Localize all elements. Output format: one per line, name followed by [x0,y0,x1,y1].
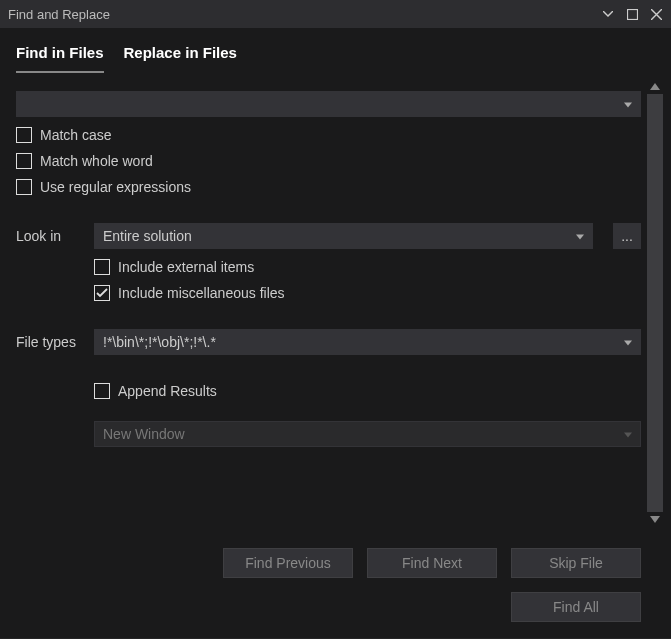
chevron-down-icon [624,103,632,108]
tab-bar: Find in Files Replace in Files [0,28,671,73]
include-external-label: Include external items [118,259,254,275]
find-all-label: Find All [553,599,599,615]
use-regex-label: Use regular expressions [40,179,191,195]
tab-replace-in-files[interactable]: Replace in Files [124,44,237,73]
scroll-up-icon[interactable] [650,83,660,90]
chevron-down-icon [576,235,584,240]
look-in-value: Entire solution [103,228,192,244]
maximize-icon[interactable] [625,7,639,21]
skip-file-label: Skip File [549,555,603,571]
tab-find-in-files[interactable]: Find in Files [16,44,104,73]
svg-rect-0 [627,9,637,19]
match-whole-word-label: Match whole word [40,153,153,169]
append-results-checkbox[interactable] [94,383,110,399]
find-previous-label: Find Previous [245,555,331,571]
match-case-label: Match case [40,127,112,143]
browse-label: ... [621,228,633,244]
main-panel: Match case Match whole word Use regular … [0,73,671,638]
look-in-label: Look in [16,228,82,244]
title-bar: Find and Replace [0,0,671,28]
close-icon[interactable] [649,7,663,21]
look-in-dropdown[interactable]: Entire solution [94,223,593,249]
use-regex-checkbox[interactable] [16,179,32,195]
append-results-label: Append Results [118,383,217,399]
scroll-down-icon[interactable] [650,516,660,523]
find-next-button[interactable]: Find Next [367,548,497,578]
match-case-checkbox[interactable] [16,127,32,143]
find-next-label: Find Next [402,555,462,571]
skip-file-button[interactable]: Skip File [511,548,641,578]
include-external-checkbox[interactable] [94,259,110,275]
results-window-value: New Window [103,426,185,442]
chevron-down-icon [624,341,632,346]
find-previous-button[interactable]: Find Previous [223,548,353,578]
browse-button[interactable]: ... [613,223,641,249]
scroll-track[interactable] [647,94,663,512]
chevron-down-icon [624,433,632,438]
include-misc-checkbox[interactable] [94,285,110,301]
find-all-button[interactable]: Find All [511,592,641,622]
dropdown-icon[interactable] [601,7,615,21]
match-whole-word-checkbox[interactable] [16,153,32,169]
include-misc-label: Include miscellaneous files [118,285,285,301]
search-term-input[interactable] [16,91,641,117]
window-title: Find and Replace [8,7,601,22]
vertical-scrollbar[interactable] [647,83,663,523]
results-window-dropdown: New Window [94,421,641,447]
file-types-label: File types [16,334,82,350]
file-types-value: !*\bin\*;!*\obj\*;!*\.* [103,334,216,350]
file-types-dropdown[interactable]: !*\bin\*;!*\obj\*;!*\.* [94,329,641,355]
